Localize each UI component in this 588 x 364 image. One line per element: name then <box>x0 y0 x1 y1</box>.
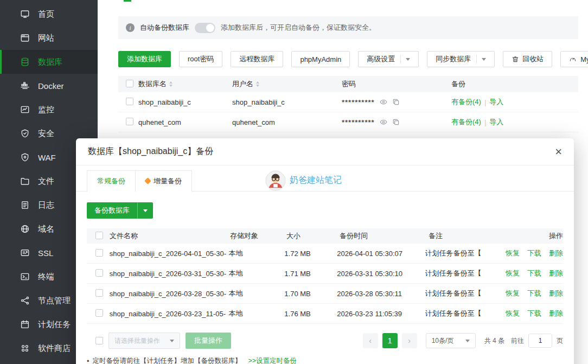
column-header-note: 备注 <box>429 231 510 241</box>
sidebar-item-label: 网站 <box>38 33 54 43</box>
globe-icon <box>20 224 30 234</box>
import-link[interactable]: 导入 <box>489 97 503 107</box>
backup-database-label: 备份数据库 <box>87 206 137 215</box>
backup-time: 2026-04-01 05:30:07 <box>337 250 425 258</box>
restore-link[interactable]: 恢复 <box>506 289 520 298</box>
mysql-service-button[interactable]: MySQL 5.7.44 <box>560 51 588 67</box>
select-all-checkbox[interactable] <box>95 232 103 239</box>
row-checkbox[interactable] <box>95 289 103 297</box>
column-header-name[interactable]: 数据库名 <box>138 79 232 89</box>
delete-link[interactable]: 删除 <box>549 309 563 318</box>
backup-filename: shop_naibabiji_c_2026-03-28_05-30- <box>110 290 229 298</box>
batch-action-select[interactable]: 请选择批量操作 <box>108 333 180 349</box>
database-toolbar: 添加数据库 root密码 远程数据库 phpMyAdmin 高级设置 同步数据库… <box>118 51 578 67</box>
tab-incremental-backup[interactable]: 增量备份 <box>136 170 192 192</box>
batch-action-button[interactable]: 批量操作 <box>186 333 231 349</box>
goto-page-input[interactable] <box>528 334 552 348</box>
sidebar-item-monitor[interactable]: 监控 <box>0 98 98 122</box>
backup-size: 1.71 MB <box>284 270 337 278</box>
backup-size: 1.72 MB <box>284 250 337 258</box>
row-checkbox[interactable] <box>126 98 133 105</box>
backup-note: 计划任务备份至【 <box>425 309 506 318</box>
copy-icon[interactable] <box>392 118 400 126</box>
sidebar-item-docker[interactable]: Docker <box>0 74 98 98</box>
download-link[interactable]: 下载 <box>527 269 541 278</box>
pagination-next-button[interactable]: › <box>402 333 417 348</box>
eye-icon[interactable] <box>380 98 387 106</box>
sidebar-item-website[interactable]: 网站 <box>0 26 98 50</box>
column-header-time: 备份时间 <box>340 231 429 241</box>
restore-link[interactable]: 恢复 <box>506 269 520 278</box>
delete-link[interactable]: 删除 <box>549 248 563 258</box>
delete-link[interactable]: 删除 <box>549 289 563 298</box>
goto-label: 前往 <box>511 336 524 346</box>
page-size-select[interactable]: 10条/页 <box>426 333 476 348</box>
tab-label: 常规备份 <box>97 176 125 186</box>
chevron-down-icon <box>143 209 148 212</box>
sync-database-button[interactable]: 同步数据库 <box>427 51 495 67</box>
appstore-grid-icon <box>20 343 30 353</box>
add-database-button[interactable]: 添加数据库 <box>118 51 171 67</box>
restore-link[interactable]: 恢复 <box>506 309 520 318</box>
download-link[interactable]: 下载 <box>527 309 541 318</box>
row-checkbox[interactable] <box>95 309 103 317</box>
sidebar-item-label: 日志 <box>38 200 54 210</box>
column-header-user[interactable]: 用户名 <box>232 79 342 89</box>
phpmyadmin-button[interactable]: phpMyAdmin <box>291 51 350 67</box>
select-all-checkbox[interactable] <box>95 337 103 344</box>
website-icon <box>20 33 30 43</box>
sidebar-item-label: 软件商店 <box>38 343 71 354</box>
has-backup-link[interactable]: 有备份(4) <box>451 97 481 107</box>
link-divider: | <box>484 118 486 126</box>
tab-regular-backup[interactable]: 常规备份 <box>87 170 136 192</box>
sidebar-item-label: SSL <box>38 248 53 258</box>
log-document-icon <box>20 200 30 210</box>
backup-size: 1.76 MB <box>284 310 337 318</box>
has-backup-link[interactable]: 有备份(4) <box>451 117 481 127</box>
recycle-bin-button[interactable]: 回收站 <box>503 51 552 67</box>
performance-gauge-icon <box>569 55 577 63</box>
row-checkbox[interactable] <box>95 269 103 277</box>
backup-row: shop_naibabiji_c_2026-03-23_11-05- 本地 1.… <box>87 304 563 324</box>
link-divider: | <box>484 98 486 106</box>
security-shield-icon <box>20 129 30 138</box>
restore-link[interactable]: 恢复 <box>506 248 520 258</box>
pagination-page-1[interactable]: 1 <box>382 333 398 348</box>
sidebar-item-database[interactable]: 数据库 <box>0 50 98 74</box>
sidebar-item-label: 终端 <box>38 272 54 282</box>
advanced-settings-label: 高级设置 <box>367 54 395 64</box>
row-checkbox[interactable] <box>126 118 133 125</box>
delete-link[interactable]: 删除 <box>549 269 563 278</box>
download-link[interactable]: 下载 <box>527 289 541 298</box>
backup-note: 计划任务备份至【 <box>425 248 506 258</box>
set-cron-backup-link[interactable]: >>设置定时备份 <box>248 356 297 364</box>
sort-icon[interactable] <box>169 81 172 87</box>
backup-row: shop_naibabiji_c_2026-04-01_05-30- 本地 1.… <box>87 244 563 264</box>
auto-backup-toggle[interactable] <box>195 23 215 33</box>
sidebar-item-label: Docker <box>38 81 64 91</box>
sort-icon[interactable] <box>256 81 259 87</box>
import-link[interactable]: 导入 <box>489 117 503 127</box>
sidebar-item-home[interactable]: 首页 <box>0 2 98 26</box>
pagination-prev-button[interactable]: ‹ <box>363 333 378 348</box>
premium-badge-icon <box>144 177 151 184</box>
backup-row: shop_naibabiji_c_2026-03-31_05-30- 本地 1.… <box>87 264 563 284</box>
database-table-header: 数据库名 用户名 密码 备份 <box>118 76 578 92</box>
row-checkbox[interactable] <box>95 249 103 257</box>
backup-dropdown-toggle[interactable] <box>138 209 153 212</box>
copy-icon[interactable] <box>392 98 400 106</box>
brand-name: 奶爸建站笔记 <box>290 175 342 186</box>
advanced-settings-button[interactable]: 高级设置 <box>358 51 419 67</box>
root-password-button[interactable]: root密码 <box>179 51 222 67</box>
download-link[interactable]: 下载 <box>527 248 541 258</box>
button-divider <box>400 55 401 63</box>
remote-database-button[interactable]: 远程数据库 <box>231 51 283 67</box>
select-all-checkbox[interactable] <box>126 80 133 87</box>
backup-time: 2026-03-23 11:05:39 <box>337 310 425 318</box>
brand-watermark: 奶爸建站笔记 <box>265 170 342 191</box>
eye-icon[interactable] <box>380 118 387 126</box>
column-header-storage: 存储对象 <box>230 231 286 241</box>
db-user-cell: quhenet_com <box>232 118 342 126</box>
backup-database-button[interactable]: 备份数据库 <box>87 202 153 219</box>
close-icon[interactable]: × <box>555 146 562 158</box>
